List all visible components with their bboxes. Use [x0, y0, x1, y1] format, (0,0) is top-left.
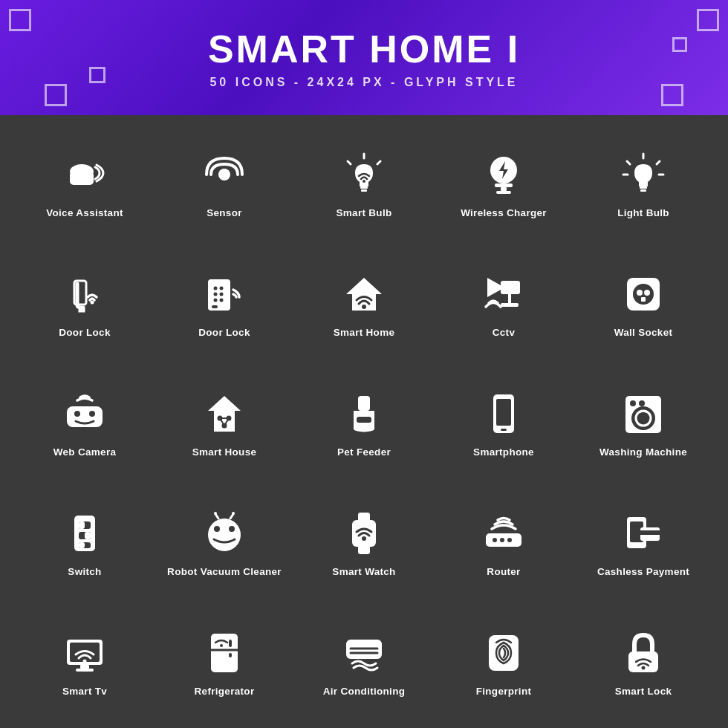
smart-tv-label: Smart Tv: [62, 686, 107, 697]
smart-bulb-label: Smart Bulb: [336, 207, 391, 218]
corner-decoration: [9, 9, 31, 31]
svg-rect-76: [358, 545, 370, 554]
icons-grid: Voice Assistant Sensor: [0, 115, 728, 728]
svg-point-42: [74, 411, 80, 417]
svg-point-6: [363, 180, 365, 183]
icon-cell-door-lock-2: Door Lock: [155, 242, 294, 362]
icon-cell-air-conditioning: Air Conditioning: [294, 601, 434, 721]
cctv-icon: [477, 267, 530, 321]
svg-point-72: [214, 512, 217, 515]
svg-rect-7: [360, 186, 368, 189]
router-label: Router: [487, 566, 520, 577]
svg-rect-85: [640, 530, 660, 535]
svg-rect-19: [640, 186, 647, 189]
svg-point-73: [232, 512, 235, 515]
robot-vacuum-icon: [198, 507, 251, 560]
svg-point-38: [637, 290, 643, 296]
smart-home-label: Smart Home: [334, 327, 395, 338]
icon-cell-cctv: Cctv: [434, 242, 573, 362]
smart-house-icon: [198, 387, 251, 441]
sensor-label: Sensor: [207, 207, 242, 218]
svg-point-27: [220, 293, 224, 296]
svg-line-15: [627, 161, 630, 164]
smart-lock-label: Smart Lock: [615, 686, 672, 697]
svg-point-39: [644, 290, 650, 296]
svg-rect-1: [70, 172, 94, 185]
fingerprint-label: Fingerprint: [476, 686, 532, 697]
wall-socket-label: Wall Socket: [614, 327, 673, 338]
svg-point-31: [362, 305, 366, 309]
svg-point-95: [220, 644, 223, 647]
washing-machine-icon: [617, 387, 670, 441]
svg-point-88: [83, 660, 87, 663]
icon-cell-switch: Switch: [15, 481, 155, 601]
svg-point-77: [362, 536, 366, 541]
svg-rect-66: [79, 542, 85, 548]
page-title: SMART HOME I: [208, 27, 520, 71]
icon-cell-smartphone: Smartphone: [434, 362, 573, 481]
icon-cell-router: Router: [434, 481, 573, 601]
wireless-charger-label: Wireless Charger: [461, 207, 547, 218]
corner-decoration: [45, 84, 67, 106]
svg-rect-91: [211, 634, 238, 672]
svg-point-2: [218, 169, 230, 181]
icon-cell-robot-vacuum: Robot Vacuum Cleaner: [155, 481, 294, 601]
wireless-charger-icon: [477, 148, 530, 201]
icon-cell-refrigerator: Refrigerator: [155, 601, 294, 721]
icon-cell-web-camera: Web Camera: [15, 362, 155, 481]
fingerprint-icon: [477, 626, 530, 680]
switch-label: Switch: [68, 566, 101, 577]
refrigerator-label: Refrigerator: [195, 686, 255, 697]
svg-point-43: [89, 411, 95, 417]
svg-line-5: [377, 161, 380, 164]
voice-assistant-icon: [58, 148, 111, 201]
icon-cell-smart-home: Smart Home: [294, 242, 434, 362]
svg-point-101: [642, 666, 646, 670]
svg-line-4: [348, 161, 351, 164]
cashless-payment-label: Cashless Payment: [597, 566, 689, 577]
svg-point-26: [214, 293, 218, 296]
icon-cell-fingerprint: Fingerprint: [434, 601, 573, 721]
icon-cell-smart-lock: Smart Lock: [573, 601, 713, 721]
icon-cell-smart-house: Smart House: [155, 362, 294, 481]
icon-cell-sensor: Sensor: [155, 123, 294, 242]
svg-point-69: [229, 526, 235, 532]
svg-rect-12: [501, 187, 507, 191]
door-lock-1-label: Door Lock: [59, 327, 110, 338]
washing-machine-label: Washing Machine: [599, 446, 687, 458]
corner-decoration: [672, 37, 687, 52]
smart-watch-label: Smart Watch: [332, 566, 395, 577]
svg-rect-40: [641, 297, 646, 302]
web-camera-label: Web Camera: [53, 446, 117, 458]
svg-rect-51: [357, 417, 371, 423]
pet-feeder-icon: [337, 387, 391, 441]
icon-cell-cashless-payment: Cashless Payment: [573, 481, 713, 601]
svg-point-81: [507, 538, 512, 542]
icon-cell-pet-feeder: Pet Feeder: [294, 362, 434, 481]
smart-bulb-icon: [337, 148, 391, 201]
svg-rect-62: [79, 521, 85, 529]
icon-cell-wireless-charger: Wireless Charger: [434, 123, 573, 242]
robot-vacuum-label: Robot Vacuum Cleaner: [167, 566, 282, 577]
smart-watch-icon: [337, 507, 391, 560]
svg-rect-13: [496, 191, 511, 194]
svg-rect-64: [85, 532, 91, 539]
svg-rect-30: [212, 305, 218, 308]
svg-rect-32: [501, 281, 520, 294]
svg-rect-23: [208, 279, 230, 311]
icon-cell-smart-bulb: Smart Bulb: [294, 123, 434, 242]
icon-cell-light-bulb: Light Bulb: [573, 123, 713, 242]
door-lock-2-icon: [198, 267, 251, 321]
door-lock-1-icon: [58, 267, 111, 321]
icon-cell-door-lock-1: Door Lock: [15, 242, 155, 362]
svg-rect-89: [80, 665, 89, 669]
cashless-payment-icon: [617, 507, 670, 560]
svg-line-16: [657, 161, 660, 164]
corner-decoration: [89, 67, 105, 83]
icon-cell-smart-tv: Smart Tv: [15, 601, 155, 721]
svg-rect-90: [76, 669, 94, 672]
svg-rect-35: [501, 303, 519, 307]
icon-cell-voice-assistant: Voice Assistant: [15, 123, 155, 242]
icon-cell-wall-socket: Wall Socket: [573, 242, 713, 362]
svg-point-56: [630, 400, 636, 406]
